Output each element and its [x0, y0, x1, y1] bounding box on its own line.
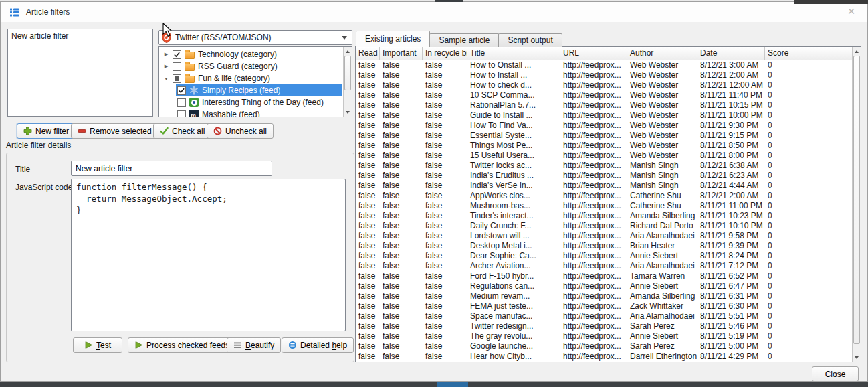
table-row[interactable]: falsefalsefalseDaily Crunch: F...http://… — [356, 221, 852, 231]
column-header[interactable]: Date — [697, 47, 765, 60]
beautify-button[interactable]: Beautify — [227, 337, 281, 353]
scroll-down-icon[interactable] — [344, 108, 352, 117]
tab-existing-articles[interactable]: Existing articles — [356, 31, 430, 47]
column-header[interactable]: URL — [560, 47, 627, 60]
table-cell: Daily Crunch: F... — [467, 221, 560, 231]
scroll-up-icon[interactable] — [853, 47, 861, 56]
table-row[interactable]: falsefalsefalseEssential Syste...http://… — [356, 131, 852, 141]
expand-arrow-icon[interactable]: ▶ — [161, 64, 171, 69]
table-cell: false — [380, 291, 423, 301]
table-row[interactable]: falsefalsefalseIndia's VerSe In...http:/… — [356, 181, 852, 191]
scroll-down-icon[interactable] — [853, 353, 861, 362]
table-row[interactable]: falsefalsefalseAppWorks clos...http://fe… — [356, 191, 852, 201]
table-cell: false — [423, 191, 467, 201]
column-header[interactable]: Score — [765, 47, 861, 60]
table-row[interactable]: falsefalsefalseFEMA just teste...http://… — [356, 301, 852, 311]
table-row[interactable]: falsefalsefalseHow to Onstall ...http://… — [356, 60, 852, 70]
table-row[interactable]: falsefalsefalseArcher Aviation...http://… — [356, 261, 852, 271]
table-row[interactable]: falsefalsefalseGuide to Install ...http:… — [356, 110, 852, 121]
table-row[interactable]: falsefalsefalse15 Useful Usera...http://… — [356, 151, 852, 161]
item-checkbox[interactable] — [177, 98, 186, 107]
javascript-code-editor[interactable]: function filterMessage() { return Messag… — [71, 179, 346, 331]
table-cell: Mushroom-bas... — [467, 201, 560, 211]
tree-item[interactable]: Simply Recipes (feed) — [159, 84, 342, 96]
table-cell: 8/11/21 11:00 PM — [697, 201, 765, 211]
articles-table[interactable]: ReadImportantIn recycle binTitleURLAutho… — [355, 46, 861, 362]
account-dropdown[interactable]: Twitter (RSS/ATOM/JSON) — [158, 30, 352, 45]
process-checked-feeds-button[interactable]: Process checked feeds — [128, 337, 236, 353]
remove-selected-button[interactable]: Remove selected — [71, 123, 158, 139]
close-button[interactable]: Close — [812, 366, 859, 382]
table-row[interactable]: falsefalsefalseFord F-150 hybr...http://… — [356, 271, 852, 281]
collapse-arrow-icon[interactable]: ▼ — [161, 76, 171, 81]
table-row[interactable]: falsefalsefalseLordstown will ...http://… — [356, 231, 852, 241]
scroll-up-icon[interactable] — [344, 47, 352, 56]
test-button[interactable]: Test — [73, 337, 122, 353]
table-row[interactable]: falsefalsefalseRationalPlan 5.7...http:/… — [356, 100, 852, 110]
table-row[interactable]: falsefalsefalseTwitter locks ac...http:/… — [356, 161, 852, 171]
item-checkbox[interactable] — [173, 50, 181, 59]
uncheck-all-button[interactable]: Uncheck all — [207, 123, 274, 139]
table-cell: false — [380, 171, 423, 181]
table-cell: false — [380, 352, 423, 362]
table-row[interactable]: falsefalsefalseIndia's Eruditus ...http:… — [356, 171, 852, 181]
table-row[interactable]: falsefalsefalseThe gray revolu...http://… — [356, 331, 852, 341]
feeds-tree[interactable]: ▶Technology (category)▶RSS Guard (catego… — [158, 46, 352, 117]
column-header[interactable]: In recycle bin — [423, 47, 467, 60]
tab-sample-article[interactable]: Sample article — [429, 33, 499, 47]
tree-item[interactable]: ▶Technology (category) — [159, 48, 342, 60]
detailed-help-button[interactable]: Detailed help — [282, 337, 354, 353]
table-row[interactable]: falsefalsefalseHow to check d...http://f… — [356, 80, 852, 90]
table-cell: false — [423, 90, 467, 100]
tree-scrollbar-thumb[interactable] — [344, 56, 351, 90]
table-cell: Web Webster — [627, 100, 697, 110]
item-checkbox[interactable] — [173, 74, 181, 83]
table-row[interactable]: falsefalsefalseTwitter redesign...http:/… — [356, 321, 852, 331]
table-cell: http://feedprox... — [560, 151, 627, 161]
table-cell: 8/11/21 6:31 PM — [697, 291, 765, 301]
table-row[interactable]: falsefalsefalseThings Most Pe...http://f… — [356, 141, 852, 151]
tree-item[interactable]: Interesting Thing of the Day (feed) — [159, 96, 342, 108]
check-all-button[interactable]: Check all — [153, 123, 211, 139]
tab-script-output[interactable]: Script output — [498, 33, 562, 47]
filters-list[interactable]: New article filter — [7, 29, 153, 117]
table-cell: 0 — [765, 171, 852, 181]
window-close-icon[interactable]: × — [843, 4, 859, 19]
table-row[interactable]: falsefalsefalseMedium revam...http://fee… — [356, 291, 852, 301]
table-cell: Twitter redesign... — [467, 321, 560, 331]
title-bar[interactable]: Article filters — [1, 2, 867, 22]
item-checkbox[interactable] — [177, 86, 186, 95]
table-cell: 0 — [765, 151, 852, 161]
column-header[interactable]: Author — [627, 47, 697, 60]
filter-list-item[interactable]: New article filter — [8, 31, 152, 43]
column-header[interactable]: Title — [467, 47, 560, 60]
table-row[interactable]: falsefalsefalseMushroom-bas...http://fee… — [356, 201, 852, 211]
table-row[interactable]: falsefalsefalseRegulations can...http://… — [356, 281, 852, 291]
item-checkbox[interactable] — [173, 62, 181, 71]
tree-scrollbar[interactable] — [343, 47, 352, 117]
table-row[interactable]: falsefalsefalse10 SCP Comma...http://fee… — [356, 90, 852, 100]
table-cell: false — [380, 70, 423, 80]
column-header[interactable]: Read — [356, 47, 380, 60]
table-scrollbar[interactable] — [852, 47, 861, 362]
column-header[interactable]: Important — [380, 47, 423, 60]
lines-icon — [233, 341, 242, 350]
table-row[interactable]: falsefalsefalseHear how Cityb...http://f… — [356, 352, 852, 362]
table-row[interactable]: falsefalsefalseDear Sophie: Ca...http://… — [356, 251, 852, 261]
expand-arrow-icon[interactable]: ▶ — [161, 52, 171, 57]
table-row[interactable]: falsefalsefalseHow To Find Va...http://f… — [356, 121, 852, 131]
table-row[interactable]: falsefalsefalseGoogle launche...http://f… — [356, 341, 852, 352]
table-row[interactable]: falsefalsefalseTinder's interact...http:… — [356, 211, 852, 221]
table-cell: false — [380, 90, 423, 100]
tree-item[interactable]: mMashable (feed) — [159, 108, 342, 117]
table-cell: false — [356, 151, 380, 161]
tree-item[interactable]: ▶RSS Guard (category) — [159, 60, 342, 72]
table-row[interactable]: falsefalsefalseDesktop Metal i...http://… — [356, 241, 852, 251]
item-checkbox[interactable] — [177, 110, 186, 118]
title-input[interactable] — [71, 161, 272, 176]
new-filter-button[interactable]: New filter — [17, 123, 76, 139]
table-row[interactable]: falsefalsefalseSpace manufac...http://fe… — [356, 311, 852, 321]
tree-item[interactable]: ▼Fun & life (category) — [159, 72, 342, 84]
table-scrollbar-thumb[interactable] — [853, 56, 860, 344]
table-row[interactable]: falsefalsefalseHow to Install ...http://… — [356, 70, 852, 80]
